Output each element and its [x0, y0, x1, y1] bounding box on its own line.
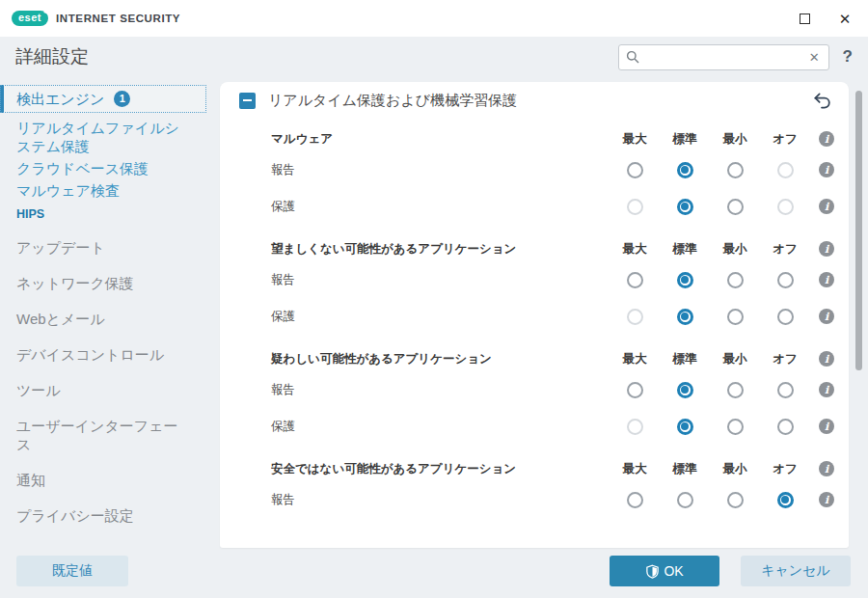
page-title: 詳細設定 [15, 44, 89, 69]
eset-settings-window: eset INTERNET SECURITY ✕ 詳細設定 ✕ ? 検出エンジン… [0, 0, 868, 598]
radio-off[interactable] [777, 419, 794, 435]
vertical-scrollbar[interactable] [855, 89, 862, 542]
radio-standard[interactable] [677, 199, 693, 215]
row-label: 保護 [271, 309, 610, 325]
radio-standard[interactable] [677, 309, 693, 325]
group-title: マルウェア [271, 131, 610, 148]
sidebar-item-cloud-based-protection[interactable]: クラウドベース保護 [0, 157, 220, 179]
sidebar-item-privacy-settings[interactable]: プライバシー設定 [0, 498, 220, 533]
column-header-min: 最小 [710, 131, 760, 148]
radio-min[interactable] [727, 419, 744, 435]
radio-min[interactable] [727, 382, 744, 398]
info-icon[interactable]: i [819, 131, 834, 147]
search-icon [626, 50, 639, 64]
radio-off[interactable] [777, 382, 794, 398]
close-button[interactable]: ✕ [831, 7, 858, 30]
settings-panel: リアルタイム保護および機械学習保護 マルウェア 最大 標準 最小 オフ i 報告 [220, 82, 849, 548]
radio-standard[interactable] [677, 382, 693, 398]
radio-max[interactable] [627, 492, 643, 508]
info-icon[interactable]: i [819, 162, 834, 177]
radio-max[interactable] [627, 382, 643, 398]
row-label: 保護 [271, 199, 610, 215]
group-title: 望ましくない可能性があるアプリケーション [271, 241, 610, 258]
radio-min[interactable] [727, 199, 744, 215]
setting-row-protection: 保護 i [220, 298, 849, 335]
ok-button[interactable]: OK [610, 556, 719, 586]
radio-off[interactable] [777, 492, 794, 508]
eset-logo: eset [12, 11, 48, 26]
sidebar-item-realtime-filesystem-protection[interactable]: リアルタイムファイルシステム保護 [0, 117, 220, 157]
window-controls: ✕ [791, 7, 858, 30]
sidebar-item-user-interface[interactable]: ユーザーインターフェース [0, 408, 220, 462]
setting-group-potentially-unwanted: 望ましくない可能性があるアプリケーション 最大 標準 最小 オフ i 報告 i … [220, 236, 849, 335]
maximize-button[interactable] [791, 7, 818, 30]
cancel-button[interactable]: キャンセル [741, 556, 851, 586]
scrollbar-thumb[interactable] [855, 91, 862, 370]
column-header-min: 最小 [710, 351, 760, 367]
setting-group-potentially-suspicious: 疑わしい可能性があるアプリケーション 最大 標準 最小 オフ i 報告 i 保護 [220, 346, 849, 445]
radio-min[interactable] [727, 492, 744, 508]
default-button[interactable]: 既定値 [16, 556, 128, 586]
undo-icon[interactable] [813, 92, 831, 110]
radio-max[interactable] [627, 419, 643, 435]
help-icon[interactable]: ? [843, 47, 853, 67]
sidebar-item-detection-engine[interactable]: 検出エンジン 1 [0, 85, 206, 113]
sidebar-item-device-control[interactable]: デバイスコントロール [0, 337, 220, 372]
info-icon[interactable]: i [819, 461, 834, 476]
column-header-min: 最小 [710, 461, 760, 477]
info-icon[interactable]: i [819, 492, 834, 507]
attention-badge: 1 [114, 91, 130, 107]
sidebar-item-network-protection[interactable]: ネットワーク保護 [0, 265, 220, 301]
sidebar-item-web-and-email[interactable]: Webとメール [0, 301, 220, 337]
column-header-off: オフ [760, 351, 810, 367]
section-title: リアルタイム保護および機械学習保護 [268, 92, 517, 110]
info-icon[interactable]: i [819, 272, 834, 287]
column-header-off: オフ [760, 461, 810, 477]
setting-row-protection: 保護 i [220, 408, 849, 445]
radio-standard[interactable] [677, 162, 693, 178]
row-label: 報告 [271, 382, 610, 398]
radio-standard[interactable] [677, 419, 693, 435]
radio-max[interactable] [627, 309, 643, 325]
radio-standard[interactable] [677, 272, 693, 288]
column-header-standard: 標準 [660, 461, 710, 477]
sidebar-item-hips[interactable]: HIPS [0, 202, 220, 230]
search-box[interactable]: ✕ [618, 44, 829, 70]
settings-sidebar: 検出エンジン 1 リアルタイムファイルシステム保護 クラウドベース保護 マルウェ… [0, 77, 220, 598]
column-header-max: 最大 [610, 131, 660, 148]
sidebar-item-tools[interactable]: ツール [0, 372, 220, 408]
radio-max[interactable] [627, 162, 643, 178]
collapse-icon[interactable] [239, 93, 256, 109]
group-title: 疑わしい可能性があるアプリケーション [271, 351, 610, 367]
column-header-off: オフ [760, 241, 810, 258]
info-icon[interactable]: i [819, 351, 834, 367]
radio-off[interactable] [777, 162, 794, 178]
page-header: 詳細設定 ✕ ? [0, 37, 868, 77]
sidebar-item-notifications[interactable]: 通知 [0, 462, 220, 498]
radio-off[interactable] [777, 309, 794, 325]
clear-search-icon[interactable]: ✕ [807, 50, 822, 65]
window-titlebar: eset INTERNET SECURITY ✕ [0, 0, 868, 37]
info-icon[interactable]: i [819, 241, 834, 257]
radio-off[interactable] [777, 272, 794, 288]
maximize-icon [800, 14, 810, 24]
info-icon[interactable]: i [819, 382, 834, 397]
radio-max[interactable] [627, 272, 643, 288]
radio-standard[interactable] [677, 492, 693, 508]
radio-min[interactable] [727, 272, 744, 288]
section-header: リアルタイム保護および機械学習保護 [220, 82, 849, 119]
sidebar-item-malware-scans[interactable]: マルウェア検査 [0, 179, 220, 202]
column-header-max: 最大 [610, 351, 660, 367]
radio-min[interactable] [727, 309, 744, 325]
radio-off[interactable] [777, 199, 794, 215]
column-header-max: 最大 [610, 241, 660, 258]
info-icon[interactable]: i [819, 419, 834, 434]
sidebar-item-update[interactable]: アップデート [0, 230, 220, 265]
search-input[interactable] [644, 50, 807, 65]
info-icon[interactable]: i [819, 309, 834, 324]
setting-group-potentially-unsafe: 安全ではない可能性があるアプリケーション 最大 標準 最小 オフ i 報告 i [220, 456, 849, 518]
radio-min[interactable] [727, 162, 744, 178]
radio-max[interactable] [627, 199, 643, 215]
column-header-off: オフ [760, 131, 810, 148]
info-icon[interactable]: i [819, 199, 834, 214]
